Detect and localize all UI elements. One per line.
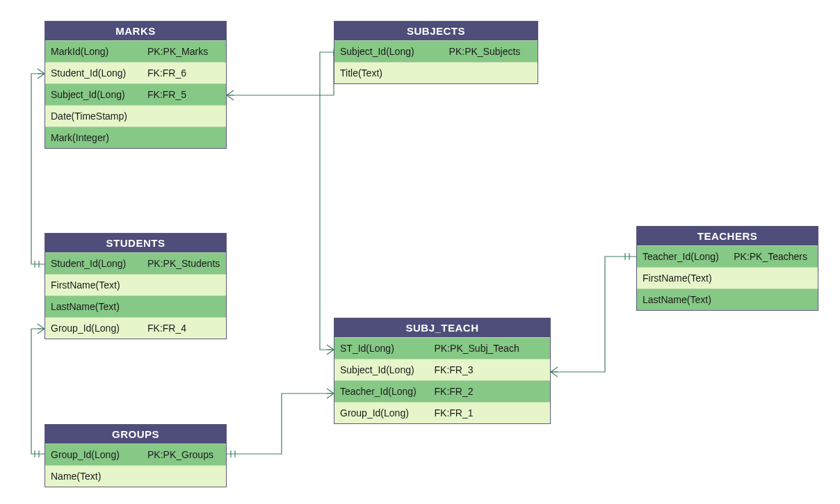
field-name: Subject_Id(Long) (45, 84, 145, 105)
field-name: Subject_Id(Long) (334, 41, 446, 62)
field-name: FirstName(Text) (45, 275, 145, 295)
table-row: FirstName(Text) (45, 274, 226, 295)
field-key: PK:PK_Subj_Teach (432, 338, 551, 359)
table-row: LastName(Text) (637, 288, 818, 310)
table-row: Group_Id(Long) PK:PK_Groups (45, 444, 226, 465)
entity-marks: MARKS MarkId(Long) PK:PK_Marks Student_I… (45, 21, 227, 149)
field-key: FK:FR_4 (145, 318, 226, 339)
field-name: LastName(Text) (637, 289, 736, 310)
table-row: Subject_Id(Long) FK:FR_3 (334, 359, 550, 380)
field-name: Teacher_Id(Long) (637, 246, 731, 267)
entity-students-header: STUDENTS (45, 234, 226, 252)
field-name: LastName(Text) (45, 296, 145, 317)
field-key (145, 127, 226, 148)
entity-groups-header: GROUPS (45, 425, 226, 444)
table-row: ST_Id(Long) PK:PK_Subj_Teach (334, 337, 550, 359)
field-key: FK:FR_2 (432, 381, 551, 402)
table-row: Student_Id(Long) PK:PK_Students (45, 252, 226, 274)
field-key (145, 296, 226, 317)
field-key: FK:FR_6 (145, 63, 226, 83)
field-name: Group_Id(Long) (45, 318, 145, 339)
field-name: Mark(Integer) (45, 127, 145, 148)
table-row: Teacher_Id(Long) PK:PK_Teachers (637, 245, 818, 267)
field-name: Group_Id(Long) (45, 444, 145, 465)
field-key: FK:FR_3 (432, 359, 551, 380)
table-row: Name(Text) (45, 465, 226, 487)
field-key (145, 275, 226, 295)
entity-teachers-header: TEACHERS (637, 227, 818, 245)
table-row: MarkId(Long) PK:PK_Marks (45, 40, 226, 62)
table-row: Group_Id(Long) FK:FR_4 (45, 317, 226, 339)
field-name: Student_Id(Long) (45, 253, 145, 274)
field-key: PK:PK_Subjects (446, 41, 538, 62)
field-key: PK:PK_Marks (145, 41, 226, 62)
table-row: Student_Id(Long) FK:FR_6 (45, 62, 226, 83)
entity-marks-header: MARKS (45, 22, 226, 40)
table-row: Date(TimeStamp) (45, 105, 226, 127)
field-name: ST_Id(Long) (334, 338, 432, 359)
field-name: MarkId(Long) (45, 41, 145, 62)
field-name: Group_Id(Long) (334, 403, 432, 423)
field-key (446, 63, 538, 83)
field-key (145, 466, 226, 487)
entity-teachers: TEACHERS Teacher_Id(Long) PK:PK_Teachers… (636, 226, 818, 311)
field-name: Name(Text) (45, 466, 145, 487)
field-key: PK:PK_Groups (145, 444, 226, 465)
table-row: Teacher_Id(Long) FK:FR_2 (334, 380, 550, 402)
field-key (736, 289, 818, 310)
field-name: Subject_Id(Long) (334, 359, 432, 380)
entity-subjects: SUBJECTS Subject_Id(Long) PK:PK_Subjects… (334, 21, 538, 84)
field-key: FK:FR_5 (145, 84, 226, 105)
field-key (736, 268, 818, 288)
field-name: Student_Id(Long) (45, 63, 145, 83)
field-name: Title(Text) (334, 63, 446, 83)
entity-subj-teach: SUBJ_TEACH ST_Id(Long) PK:PK_Subj_Teach … (334, 318, 551, 424)
table-row: Title(Text) (334, 62, 538, 83)
field-name: Teacher_Id(Long) (334, 381, 432, 402)
field-name: FirstName(Text) (637, 268, 736, 288)
entity-subj-teach-header: SUBJ_TEACH (334, 318, 550, 337)
table-row: LastName(Text) (45, 295, 226, 317)
field-key: FK:FR_1 (432, 403, 551, 423)
table-row: Subject_Id(Long) FK:FR_5 (45, 83, 226, 105)
entity-students: STUDENTS Student_Id(Long) PK:PK_Students… (45, 233, 227, 339)
field-key: PK:PK_Students (145, 253, 226, 274)
table-row: Mark(Integer) (45, 127, 226, 148)
table-row: FirstName(Text) (637, 267, 818, 288)
table-row: Subject_Id(Long) PK:PK_Subjects (334, 40, 538, 62)
field-key (145, 106, 226, 127)
table-row: Group_Id(Long) FK:FR_1 (334, 402, 550, 423)
entity-subjects-header: SUBJECTS (334, 22, 538, 40)
entity-groups: GROUPS Group_Id(Long) PK:PK_Groups Name(… (45, 424, 227, 487)
field-key: PK:PK_Teachers (731, 246, 818, 267)
field-name: Date(TimeStamp) (45, 106, 145, 127)
